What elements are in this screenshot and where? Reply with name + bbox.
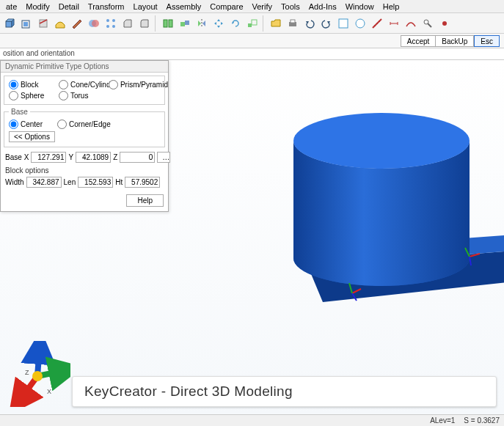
shape-group: Block Cone/Cylinder Prism/Pyramid Sphere…: [4, 76, 165, 105]
tool-trim-icon[interactable]: [35, 15, 51, 32]
options-toggle-button[interactable]: << Options: [9, 131, 55, 142]
block-dim-row: Width Len Ht: [5, 177, 164, 188]
width-input[interactable]: [26, 177, 62, 188]
svg-point-19: [356, 19, 365, 28]
height-input[interactable]: [125, 177, 160, 188]
radio-corner[interactable]: Corner/Edge: [57, 119, 111, 130]
tool-dot-icon[interactable]: [437, 15, 453, 32]
tool-surface-icon[interactable]: [52, 15, 68, 32]
height-label: Ht: [115, 178, 123, 186]
svg-rect-15: [252, 20, 257, 25]
base-group: Base Center Corner/Edge << Options: [4, 108, 165, 147]
tool-chamfer-icon[interactable]: [120, 15, 136, 32]
menu-help[interactable]: Help: [379, 2, 404, 11]
svg-text:X: X: [47, 388, 51, 395]
svg-text:Z: Z: [25, 369, 29, 376]
menu-window[interactable]: Window: [341, 2, 379, 11]
esc-button[interactable]: Esc: [474, 35, 500, 47]
radio-torus[interactable]: Torus: [59, 90, 109, 101]
svg-rect-10: [164, 20, 167, 27]
tool-rotate-icon[interactable]: [227, 15, 244, 32]
tool-scale-icon[interactable]: [244, 15, 260, 32]
base-x-input[interactable]: [31, 152, 66, 163]
tool-pattern-icon[interactable]: [103, 15, 119, 32]
base-coord-row: Base X Y Z …: [5, 150, 164, 164]
base-label: Base: [5, 153, 22, 161]
tool-mate-icon[interactable]: [177, 15, 193, 32]
menu-tools[interactable]: Tools: [277, 2, 304, 11]
tool-print-icon[interactable]: [285, 15, 301, 32]
base-z-input[interactable]: [120, 152, 155, 163]
action-bar: Accept BackUp Esc: [0, 34, 504, 48]
x-label: X: [24, 153, 29, 161]
tool-view1-icon[interactable]: [335, 15, 351, 32]
menu-bar: ate Modify Detail Transform Layout Assem…: [0, 0, 504, 13]
svg-rect-11: [169, 20, 172, 27]
svg-rect-18: [339, 19, 348, 28]
tool-redo-icon[interactable]: [318, 15, 335, 32]
tool-align-icon[interactable]: [160, 15, 176, 32]
tool-dim-icon[interactable]: [386, 15, 402, 32]
backup-button[interactable]: BackUp: [436, 35, 474, 47]
base-y-input[interactable]: [76, 152, 111, 163]
radio-sphere[interactable]: Sphere: [9, 90, 59, 101]
main-toolbar: [0, 13, 504, 34]
svg-point-26: [32, 371, 43, 381]
tool-curve-icon[interactable]: [403, 15, 419, 32]
toolbar-separator: [155, 15, 158, 32]
tool-shell-icon[interactable]: [18, 15, 34, 32]
menu-assembly[interactable]: Assembly: [162, 2, 206, 11]
panel-title: Dynamic Primitive Type Options: [1, 61, 168, 73]
tool-fillet-icon[interactable]: [136, 15, 153, 32]
svg-point-6: [106, 19, 109, 22]
tool-move-icon[interactable]: [211, 15, 227, 32]
menu-layout[interactable]: Layout: [129, 2, 162, 11]
length-label: Len: [64, 178, 76, 186]
tool-tools-icon[interactable]: [420, 15, 436, 32]
base-pick-button[interactable]: …: [157, 152, 170, 163]
menu-transform[interactable]: Transform: [84, 2, 129, 11]
caption-banner: KeyCreator - Direct 3D Modeling: [72, 376, 497, 407]
svg-point-7: [112, 19, 115, 22]
status-alev: ALev=1: [430, 416, 455, 425]
radio-cone[interactable]: Cone/Cylinder: [59, 79, 109, 90]
tool-wedge-icon[interactable]: [69, 15, 85, 32]
y-label: Y: [68, 153, 73, 161]
menu-modify[interactable]: Modify: [21, 2, 54, 11]
menu-verify[interactable]: Verify: [248, 2, 277, 11]
radio-prism[interactable]: Prism/Pyramid: [109, 79, 158, 90]
accept-button[interactable]: Accept: [401, 35, 437, 47]
svg-rect-0: [6, 21, 12, 27]
menu-addins[interactable]: Add-Ins: [304, 2, 341, 11]
base-legend: Base: [9, 108, 30, 116]
svg-point-9: [112, 25, 115, 28]
tool-measure-icon[interactable]: [369, 15, 385, 32]
radio-center[interactable]: Center: [9, 119, 43, 130]
tool-boolean-icon[interactable]: [86, 15, 102, 32]
viewport[interactable]: Dynamic Primitive Type Options Block Con…: [0, 60, 504, 414]
status-scale: S = 0.3627: [464, 416, 500, 425]
svg-point-21: [442, 21, 447, 26]
menu-detail[interactable]: Detail: [54, 2, 84, 11]
svg-rect-2: [23, 22, 28, 26]
menu-create[interactable]: ate: [1, 2, 21, 11]
primitive-options-panel: Dynamic Primitive Type Options Block Con…: [0, 60, 169, 212]
tool-cube-icon[interactable]: [1, 15, 18, 32]
tool-undo-icon[interactable]: [302, 15, 318, 32]
tool-view2-icon[interactable]: [352, 15, 368, 32]
toolbar-separator: [263, 15, 266, 32]
width-label: Width: [5, 178, 24, 186]
radio-block[interactable]: Block: [9, 79, 59, 90]
tool-folder-icon[interactable]: [268, 15, 284, 32]
svg-rect-13: [185, 21, 189, 25]
svg-point-8: [106, 25, 109, 28]
svg-rect-14: [248, 23, 252, 27]
svg-point-5: [92, 20, 99, 27]
tool-flip-icon[interactable]: [194, 15, 210, 32]
help-button[interactable]: Help: [126, 194, 164, 207]
svg-rect-17: [291, 20, 295, 23]
block-options-label: Block options: [5, 166, 164, 175]
menu-compare[interactable]: Compare: [205, 2, 247, 11]
svg-point-22: [293, 113, 470, 169]
length-input[interactable]: [78, 177, 113, 188]
